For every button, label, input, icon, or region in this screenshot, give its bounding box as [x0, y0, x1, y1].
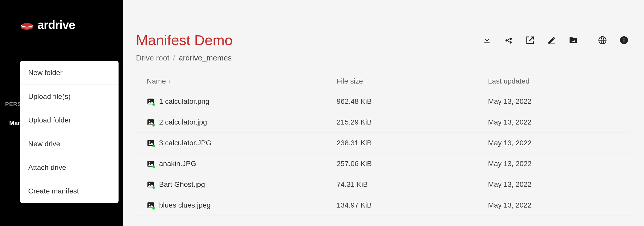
main-content: Manifest Demo	[123, 0, 644, 226]
table-row[interactable]: 3 calculator.JPG238.31 KiBMay 13, 2022	[136, 133, 631, 153]
svg-point-13	[149, 141, 150, 143]
menu-upload-folder[interactable]: Upload folder	[20, 108, 119, 132]
svg-point-3	[22, 23, 32, 27]
svg-point-9	[149, 100, 150, 101]
ardrive-logo-icon	[20, 20, 34, 30]
cell-name: Bart Ghost.jpg	[147, 180, 337, 189]
cell-updated: May 13, 2022	[488, 118, 631, 126]
menu-new-folder[interactable]: New folder	[20, 61, 119, 85]
breadcrumb-separator: /	[173, 54, 175, 62]
sort-arrow-icon: ↓	[168, 78, 171, 84]
file-name: blues clues.jpeg	[159, 201, 211, 209]
sidebar: ardrive PERSONAL Man New folder Upload f…	[0, 0, 123, 226]
svg-rect-6	[624, 39, 625, 42]
cell-updated: May 13, 2022	[488, 160, 631, 168]
cell-name: blues clues.jpeg	[147, 201, 337, 209]
globe-icon[interactable]	[598, 36, 607, 45]
logo-text: ardrive	[37, 18, 75, 32]
cell-size: 238.31 KiB	[337, 139, 488, 147]
cell-updated: May 13, 2022	[488, 139, 631, 147]
menu-create-manifest[interactable]: Create manifest	[20, 179, 119, 203]
open-external-icon[interactable]	[525, 36, 535, 45]
image-file-icon	[147, 118, 154, 126]
cell-size: 962.48 KiB	[337, 97, 488, 106]
file-name: 3 calculator.JPG	[159, 139, 211, 147]
breadcrumb-root[interactable]: Drive root	[136, 54, 169, 62]
cell-name: 1 calculator.png	[147, 97, 337, 106]
cell-name: 3 calculator.JPG	[147, 139, 337, 147]
download-icon[interactable]	[482, 36, 492, 45]
image-file-icon	[147, 139, 154, 147]
svg-point-11	[149, 121, 150, 122]
file-name: Bart Ghost.jpg	[159, 180, 205, 189]
svg-point-15	[149, 162, 150, 163]
file-table: Name ↓ File size Last updated 1 calculat…	[136, 75, 631, 216]
table-row[interactable]: anakin.JPG257.06 KiBMay 13, 2022	[136, 153, 631, 174]
breadcrumb: Drive root / ardrive_memes	[136, 54, 631, 62]
image-file-icon	[147, 160, 154, 168]
column-updated[interactable]: Last updated	[488, 77, 631, 85]
cell-size: 257.06 KiB	[337, 160, 488, 168]
column-name-label: Name	[147, 77, 166, 85]
toolbar	[482, 36, 631, 45]
cell-size: 215.29 KiB	[337, 118, 488, 126]
image-file-icon	[147, 98, 154, 105]
cell-name: 2 calculator.jpg	[147, 118, 337, 126]
page-title: Manifest Demo	[136, 32, 233, 48]
cell-updated: May 13, 2022	[488, 201, 631, 209]
cell-size: 74.31 KiB	[337, 180, 488, 189]
svg-point-19	[149, 204, 150, 205]
share-icon[interactable]	[504, 36, 513, 45]
breadcrumb-current[interactable]: ardrive_memes	[179, 54, 232, 62]
cell-size: 134.97 KiB	[337, 201, 488, 209]
svg-point-17	[149, 183, 150, 184]
file-name: 2 calculator.jpg	[159, 118, 207, 126]
column-name[interactable]: Name ↓	[147, 77, 337, 85]
file-name: anakin.JPG	[159, 160, 196, 168]
image-file-icon	[147, 201, 154, 209]
new-dropdown-menu: New folder Upload file(s) Upload folder …	[20, 61, 119, 203]
edit-icon[interactable]	[547, 36, 556, 45]
table-row[interactable]: 2 calculator.jpg215.29 KiBMay 13, 2022	[136, 112, 631, 133]
cell-name: anakin.JPG	[147, 160, 337, 168]
menu-new-drive[interactable]: New drive	[20, 132, 119, 156]
menu-upload-files[interactable]: Upload file(s)	[20, 85, 119, 108]
table-row[interactable]: 1 calculator.png962.48 KiBMay 13, 2022	[136, 91, 631, 112]
table-header: Name ↓ File size Last updated	[136, 75, 631, 91]
file-name: 1 calculator.png	[159, 97, 209, 106]
sidebar-item-active[interactable]: Man	[9, 119, 22, 127]
svg-rect-7	[624, 38, 625, 39]
info-icon[interactable]	[619, 36, 629, 45]
image-file-icon	[147, 181, 154, 188]
table-row[interactable]: Bart Ghost.jpg74.31 KiBMay 13, 2022	[136, 174, 631, 195]
cell-updated: May 13, 2022	[488, 180, 631, 189]
table-row[interactable]: blues clues.jpeg134.97 KiBMay 13, 2022	[136, 195, 631, 216]
cell-updated: May 13, 2022	[488, 97, 631, 106]
move-folder-icon[interactable]	[569, 36, 578, 45]
column-size[interactable]: File size	[337, 77, 488, 85]
menu-attach-drive[interactable]: Attach drive	[20, 156, 119, 179]
logo[interactable]: ardrive	[0, 0, 123, 32]
